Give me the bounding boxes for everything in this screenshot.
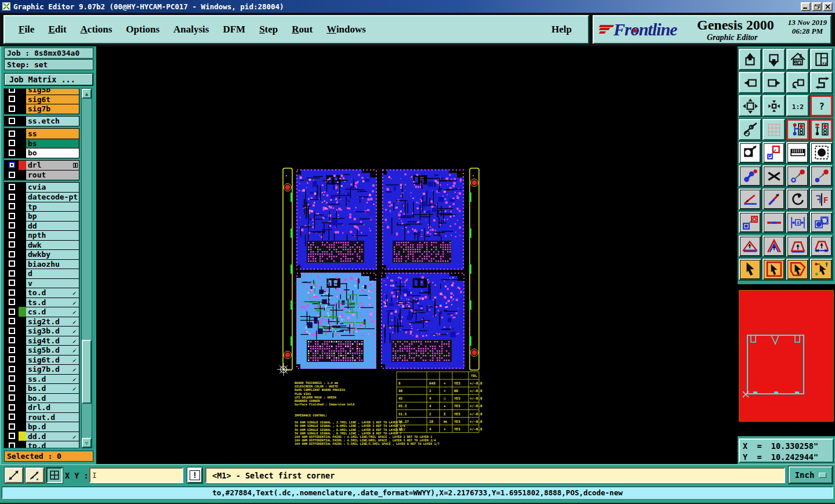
- layer-color-swatch[interactable]: [19, 393, 26, 403]
- command-line[interactable]: to,#27884,Text(.dc,.nomenclature,.date_f…: [2, 487, 833, 499]
- layer-checkbox[interactable]: [5, 170, 19, 180]
- layer-row-biaozhu[interactable]: biaozhu: [5, 259, 79, 269]
- layer-row-dd[interactable]: dd: [5, 221, 79, 231]
- angle-measure-button[interactable]: [739, 188, 761, 210]
- layer-row-cs.d[interactable]: cs.d: [5, 307, 79, 317]
- layer-checkbox[interactable]: [5, 139, 19, 148]
- layer-row-rout[interactable]: rout: [5, 170, 79, 180]
- layer-name[interactable]: dd.d: [26, 432, 79, 441]
- layer-checkbox[interactable]: [5, 355, 19, 365]
- layer-name[interactable]: dd: [26, 221, 79, 231]
- pan-right-button[interactable]: [763, 72, 785, 93]
- layer-row-sig5b.d[interactable]: sig5b.d: [5, 345, 79, 355]
- mirror-button[interactable]: F: [810, 188, 833, 210]
- layer-color-swatch[interactable]: [19, 432, 26, 441]
- layer-color-swatch[interactable]: [19, 104, 26, 114]
- layer-color-swatch[interactable]: [19, 161, 26, 171]
- layer-color-swatch[interactable]: [19, 192, 26, 202]
- zoom-in-button[interactable]: [739, 49, 761, 70]
- layer-color-swatch[interactable]: [19, 403, 26, 412]
- layer-name[interactable]: v: [26, 278, 79, 288]
- layer-name[interactable]: sig2t.d: [26, 317, 79, 327]
- layer-checkbox[interactable]: [5, 432, 19, 441]
- layer-checkbox[interactable]: [5, 221, 19, 231]
- layer-name[interactable]: biaozhu: [26, 259, 79, 269]
- menu-item-edit[interactable]: Edit: [48, 24, 66, 35]
- menu-item-windows[interactable]: Windows: [326, 24, 366, 35]
- window-xy-button[interactable]: xy: [810, 49, 833, 70]
- home-view-button[interactable]: [786, 49, 809, 70]
- layer-color-swatch[interactable]: [19, 230, 26, 240]
- layer-row-tp.d[interactable]: tp.d: [5, 441, 79, 448]
- layer-color-swatch[interactable]: [19, 278, 26, 288]
- layer-name[interactable]: bs.d: [26, 383, 79, 393]
- layer-name[interactable]: drl: [26, 161, 79, 171]
- layer-row-sig2t.d[interactable]: sig2t.d: [5, 317, 79, 327]
- layer-color-swatch[interactable]: [19, 412, 26, 422]
- layer-name[interactable]: sig4t.d: [26, 336, 79, 346]
- navigator-preview[interactable]: [738, 284, 835, 436]
- layer-checkbox[interactable]: [5, 422, 19, 432]
- layer-name[interactable]: sig5b: [26, 88, 79, 95]
- previous-view-button[interactable]: [786, 72, 809, 93]
- layer-name[interactable]: dwk: [26, 240, 79, 250]
- rotate-button[interactable]: [786, 188, 809, 210]
- layer-row-npth[interactable]: npth: [5, 230, 79, 240]
- surface-fill-b-button[interactable]: [763, 235, 785, 257]
- layer-name[interactable]: bo.d: [26, 393, 79, 403]
- layer-color-swatch[interactable]: [19, 345, 26, 355]
- layer-color-swatch[interactable]: [19, 129, 26, 139]
- reshape-button[interactable]: [763, 142, 785, 164]
- pad-capture-button[interactable]: [810, 142, 833, 164]
- layer-color-swatch[interactable]: [19, 148, 26, 158]
- layer-checkbox[interactable]: [5, 104, 19, 114]
- layer-checkbox[interactable]: [5, 298, 19, 307]
- layer-checkbox[interactable]: [5, 117, 19, 126]
- layer-checkbox[interactable]: [5, 269, 19, 278]
- layer-name[interactable]: datecode-pt: [26, 192, 79, 202]
- layer-row-v[interactable]: v: [5, 278, 79, 288]
- layer-color-swatch[interactable]: [19, 170, 26, 180]
- layer-row-sig3b.d[interactable]: sig3b.d: [5, 326, 79, 336]
- layer-scrollbar[interactable]: ▲ ▽: [81, 88, 92, 448]
- layer-name[interactable]: tp: [26, 202, 79, 212]
- zoom-out-button[interactable]: [763, 49, 785, 70]
- menu-item-analysis[interactable]: Analysis: [173, 24, 209, 35]
- preview-viewport[interactable]: [739, 290, 834, 422]
- menu-item-dfm[interactable]: DFM: [223, 24, 245, 35]
- chain-select-button[interactable]: [739, 165, 761, 187]
- scrollbar-thumb[interactable]: [82, 340, 92, 404]
- prompt-button[interactable]: !: [187, 467, 202, 483]
- app-icon[interactable]: [2, 2, 10, 10]
- layer-checkbox[interactable]: [5, 249, 19, 259]
- scroll-down-button[interactable]: ▽: [82, 438, 92, 448]
- select-polygon-button[interactable]: [786, 259, 809, 280]
- layer-checkbox[interactable]: [5, 211, 19, 221]
- slant-line-button[interactable]: [763, 188, 785, 210]
- layer-color-swatch[interactable]: [19, 117, 26, 126]
- layer-row-tp[interactable]: tp: [5, 202, 79, 212]
- layer-color-swatch[interactable]: [19, 298, 26, 307]
- restore-button[interactable]: [812, 2, 822, 11]
- layer-checkbox[interactable]: [5, 202, 19, 212]
- layer-name[interactable]: sig6t: [26, 95, 79, 104]
- surface-fill-d-button[interactable]: [810, 235, 833, 257]
- xy-input[interactable]: I: [89, 467, 183, 483]
- layer-row-ss[interactable]: ss: [5, 129, 79, 139]
- menu-item-options[interactable]: Options: [126, 24, 159, 35]
- layer-name[interactable]: cs.d: [26, 307, 79, 317]
- layer-checkbox[interactable]: [5, 288, 19, 298]
- layer-checkbox[interactable]: [5, 336, 19, 346]
- layer-checkbox[interactable]: [5, 95, 19, 104]
- layer-checkbox[interactable]: [5, 183, 19, 193]
- layer-row-ss.etch[interactable]: ss.etch: [5, 117, 79, 126]
- surface-fill-a-button[interactable]: [739, 235, 761, 257]
- layer-name[interactable]: tp.d: [26, 441, 79, 448]
- layer-checkbox[interactable]: [5, 345, 19, 355]
- layer-checkbox[interactable]: [5, 326, 19, 336]
- layer-row-bp.d[interactable]: bp.d: [5, 422, 79, 432]
- layer-row-bp[interactable]: bp: [5, 211, 79, 221]
- layer-color-swatch[interactable]: [19, 88, 26, 95]
- layer-color-swatch[interactable]: [19, 326, 26, 336]
- layer-color-swatch[interactable]: [19, 441, 26, 448]
